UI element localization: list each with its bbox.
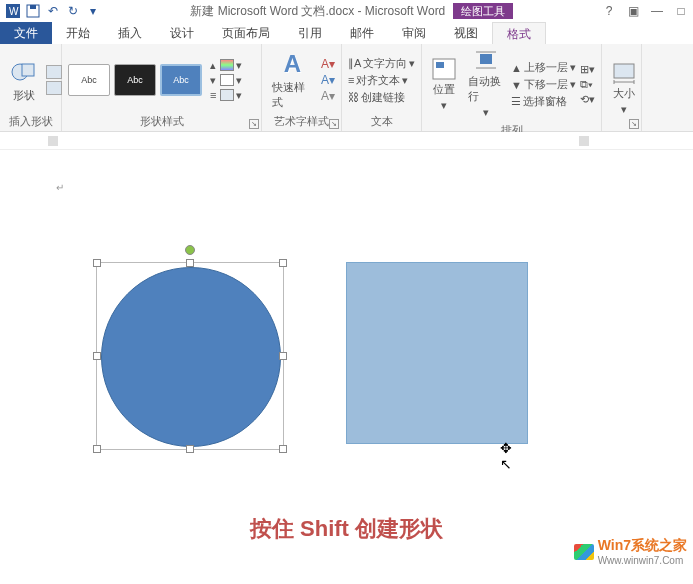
- group-text: ∥A文字方向▾ ≡对齐文本▾ ⛓创建链接 文本: [342, 44, 422, 131]
- bring-forward-button[interactable]: ▲上移一层▾: [511, 60, 576, 75]
- wordart-format-column: A▾ A▾ A▾: [321, 57, 335, 103]
- selection-pane-icon: ☰: [511, 95, 521, 108]
- resize-handle-br[interactable]: [279, 445, 287, 453]
- shape-fill-button[interactable]: ▾: [220, 59, 242, 72]
- position-label: 位置: [433, 82, 455, 97]
- shapes-icon: [10, 58, 38, 86]
- redo-icon[interactable]: ↻: [64, 2, 82, 20]
- circle-selection[interactable]: [96, 262, 284, 450]
- shape-effects-icon: [220, 89, 234, 101]
- group-label-shape-styles: 形状样式: [68, 114, 255, 129]
- ruler-right-marker[interactable]: [579, 136, 589, 146]
- shape-style-2[interactable]: Abc: [114, 64, 156, 96]
- rotate-handle[interactable]: [185, 245, 195, 255]
- tab-design[interactable]: 设计: [156, 22, 208, 44]
- position-button[interactable]: 位置▾: [428, 56, 460, 114]
- tab-review[interactable]: 审阅: [388, 22, 440, 44]
- word-icon: W: [4, 2, 22, 20]
- selection-pane-button[interactable]: ☰选择窗格: [511, 94, 576, 109]
- resize-handle-ml[interactable]: [93, 352, 101, 360]
- tab-insert[interactable]: 插入: [104, 22, 156, 44]
- shape-style-3-selected[interactable]: Abc: [160, 64, 202, 96]
- tab-references[interactable]: 引用: [284, 22, 336, 44]
- shape-fill-icon: [220, 59, 234, 71]
- ruler-indent-marker[interactable]: [48, 136, 58, 146]
- text-direction-button[interactable]: ∥A文字方向▾: [348, 56, 415, 71]
- wordart-quick-button[interactable]: A 快速样式: [268, 48, 317, 112]
- ribbon: 形状 插入形状 Abc Abc Abc ▴ ▾ ≡ ▾ ▾ ▾ 形状样式: [0, 44, 693, 132]
- ribbon-options-icon[interactable]: ▣: [625, 3, 641, 19]
- align-icon[interactable]: ⊞▾: [580, 63, 595, 76]
- edit-shape-icon[interactable]: [46, 65, 62, 79]
- svg-text:W: W: [9, 6, 19, 17]
- style-scroll: ▴ ▾ ≡: [210, 59, 216, 101]
- style-up-icon[interactable]: ▴: [210, 59, 216, 72]
- wrap-label: 自动换行: [468, 74, 503, 104]
- qat-customize-icon[interactable]: ▾: [84, 2, 102, 20]
- size-icon: [612, 62, 636, 84]
- rotate-icon[interactable]: ⟲▾: [580, 93, 595, 106]
- group-shape-styles: Abc Abc Abc ▴ ▾ ≡ ▾ ▾ ▾ 形状样式 ↘: [62, 44, 262, 131]
- tab-mail[interactable]: 邮件: [336, 22, 388, 44]
- link-icon: ⛓: [348, 91, 359, 103]
- shape-style-1[interactable]: Abc: [68, 64, 110, 96]
- tab-home[interactable]: 开始: [52, 22, 104, 44]
- help-icon[interactable]: ?: [601, 3, 617, 19]
- group-wordart: A 快速样式 A▾ A▾ A▾ 艺术字样式 ↘: [262, 44, 342, 131]
- size-button[interactable]: 大小▾: [608, 60, 640, 118]
- dialog-launcher-icon[interactable]: ↘: [249, 119, 259, 129]
- shape-edit-column: [46, 65, 62, 95]
- restore-icon[interactable]: □: [673, 3, 689, 19]
- shapes-button[interactable]: 形状: [6, 56, 42, 105]
- svg-rect-7: [436, 62, 444, 68]
- watermark-main: Win7系统之家: [598, 537, 687, 555]
- watermark: Win7系统之家 Www.winwin7.Com: [574, 537, 687, 566]
- dialog-launcher-icon[interactable]: ↘: [629, 119, 639, 129]
- style-more-icon[interactable]: ≡: [210, 89, 216, 101]
- wordart-icon: A: [284, 50, 301, 78]
- group-label-text: 文本: [348, 114, 415, 129]
- minimize-icon[interactable]: —: [649, 3, 665, 19]
- svg-rect-11: [614, 64, 634, 78]
- watermark-sub: Www.winwin7.Com: [598, 555, 687, 566]
- bring-forward-icon: ▲: [511, 62, 522, 74]
- align-column: ⊞▾ ⧉▾ ⟲▾: [580, 63, 595, 106]
- dialog-launcher-icon[interactable]: ↘: [329, 119, 339, 129]
- text-fill-icon[interactable]: A▾: [321, 57, 335, 71]
- create-link-button[interactable]: ⛓创建链接: [348, 90, 415, 105]
- tab-layout[interactable]: 页面布局: [208, 22, 284, 44]
- text-outline-icon[interactable]: A▾: [321, 73, 335, 87]
- resize-handle-bl[interactable]: [93, 445, 101, 453]
- resize-handle-tl[interactable]: [93, 259, 101, 267]
- tab-file[interactable]: 文件: [0, 22, 52, 44]
- resize-handle-bm[interactable]: [186, 445, 194, 453]
- send-backward-button[interactable]: ▼下移一层▾: [511, 77, 576, 92]
- horizontal-ruler[interactable]: [0, 132, 693, 150]
- align-text-button[interactable]: ≡对齐文本▾: [348, 73, 415, 88]
- text-box-icon[interactable]: [46, 81, 62, 95]
- tab-view[interactable]: 视图: [440, 22, 492, 44]
- save-icon[interactable]: [24, 2, 42, 20]
- shape-effects-button[interactable]: ▾: [220, 89, 242, 102]
- shape-outline-button[interactable]: ▾: [220, 74, 242, 87]
- document-canvas[interactable]: ↵ ✥↖ 按住 Shift 创建形状 Win7系统之家 Www.winwin7.…: [0, 150, 693, 570]
- resize-handle-mr[interactable]: [279, 352, 287, 360]
- group-size: 大小▾ ↘: [602, 44, 642, 131]
- square-shape[interactable]: [346, 262, 528, 444]
- svg-rect-3: [30, 5, 36, 9]
- tab-format[interactable]: 格式: [492, 22, 546, 44]
- svg-rect-8: [480, 54, 492, 64]
- wordart-quick-label: 快速样式: [272, 80, 313, 110]
- text-effects-icon[interactable]: A▾: [321, 89, 335, 103]
- resize-handle-tm[interactable]: [186, 259, 194, 267]
- wrap-text-button[interactable]: 自动换行▾: [464, 48, 507, 121]
- group-icon[interactable]: ⧉▾: [580, 78, 595, 91]
- style-down-icon[interactable]: ▾: [210, 74, 216, 87]
- watermark-text: Win7系统之家 Www.winwin7.Com: [598, 537, 687, 566]
- circle-shape[interactable]: [101, 267, 281, 447]
- document-title: 新建 Microsoft Word 文档.docx - Microsoft Wo…: [190, 4, 445, 18]
- windows-flag-icon: [574, 544, 594, 560]
- undo-icon[interactable]: ↶: [44, 2, 62, 20]
- resize-handle-tr[interactable]: [279, 259, 287, 267]
- align-text-icon: ≡: [348, 74, 354, 86]
